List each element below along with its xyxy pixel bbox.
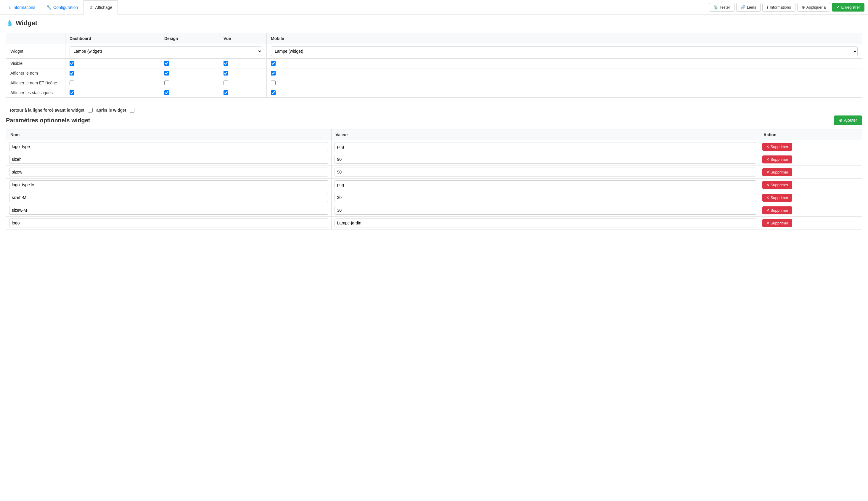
row-widget: Widget Lampe (widget) Lampe (widget): [6, 44, 862, 58]
plus-icon: ⊕: [839, 118, 843, 122]
col-empty: [6, 33, 65, 44]
visible-vue-checkbox[interactable]: [224, 61, 228, 66]
config-icon: 🔧: [46, 5, 52, 10]
param-nom-input-0[interactable]: [9, 142, 328, 151]
informations-button[interactable]: ℹ Informations: [762, 3, 795, 12]
visible-label: Visible: [6, 58, 65, 68]
widget-mobile-select-cell: Lampe (widget): [267, 44, 862, 58]
param-nom-input-3[interactable]: [9, 180, 328, 189]
afficher-nom-vue-cell: [219, 68, 267, 78]
afficher-statistiques-dashboard-checkbox[interactable]: [69, 90, 74, 95]
supprimer-button-3[interactable]: ✕ Supprimer: [762, 181, 792, 189]
afficher-nom-design-checkbox[interactable]: [164, 71, 169, 75]
page-content: 💧 Widget Dashboard Design Vue Mobile Wid…: [0, 14, 868, 234]
col-vue: Vue: [219, 33, 267, 44]
param-row: ✕ Supprimer: [6, 140, 862, 153]
ajouter-button[interactable]: ⊕ Ajouter: [834, 116, 862, 125]
force-return-apres-checkbox[interactable]: [130, 108, 135, 113]
row-afficher-statistiques: Afficher les statistiques: [6, 88, 862, 98]
visible-dashboard-checkbox[interactable]: [69, 61, 74, 66]
supprimer-button-4[interactable]: ✕ Supprimer: [762, 194, 792, 202]
liens-button[interactable]: 🔗 Liens: [736, 3, 761, 12]
afficher-nom-icone-dashboard-checkbox[interactable]: [69, 81, 74, 85]
afficher-nom-icone-label: Afficher le nom ET l'icône: [6, 78, 65, 88]
param-valeur-input-4[interactable]: [334, 193, 757, 202]
afficher-statistiques-design-cell: [160, 88, 219, 98]
afficher-nom-dashboard-checkbox[interactable]: [69, 71, 74, 75]
widget-table: Dashboard Design Vue Mobile Widget Lampe…: [6, 33, 862, 98]
afficher-nom-icone-design-cell: [160, 78, 219, 88]
supprimer-button-1[interactable]: ✕ Supprimer: [762, 156, 792, 163]
afficher-nom-icone-dashboard-cell: [65, 78, 160, 88]
tab-informations[interactable]: ℹ Informations: [3, 0, 41, 14]
param-row: ✕ Supprimer: [6, 204, 862, 217]
afficher-statistiques-vue-cell: [219, 88, 267, 98]
col-dashboard: Dashboard: [65, 33, 160, 44]
afficher-nom-icone-vue-checkbox[interactable]: [224, 81, 228, 85]
supprimer-button-6[interactable]: ✕ Supprimer: [762, 219, 792, 227]
force-return-apres-label: après le widget: [96, 108, 126, 113]
force-return-avant-label: Retour à la ligne forcé avant le widget: [10, 108, 84, 113]
widget-dashboard-select-cell: Lampe (widget): [65, 44, 267, 58]
afficher-statistiques-mobile-checkbox[interactable]: [271, 90, 276, 95]
row-afficher-nom-icone: Afficher le nom ET l'icône: [6, 78, 862, 88]
save-icon: ✔: [836, 5, 839, 10]
enregistrer-button[interactable]: ✔ Enregistrer: [832, 3, 865, 12]
widget-icon: 💧: [6, 20, 13, 26]
afficher-statistiques-dashboard-cell: [65, 88, 160, 98]
param-valeur-input-6[interactable]: [334, 218, 757, 227]
param-row: ✕ Supprimer: [6, 166, 862, 179]
col-nom: Nom: [6, 129, 332, 140]
afficher-nom-dashboard-cell: [65, 68, 160, 78]
visible-dashboard-cell: [65, 58, 160, 68]
params-table: Nom Valeur Action ✕ Supprimer✕ Supprimer…: [6, 129, 862, 230]
tester-button[interactable]: 📡 Tester: [709, 3, 735, 12]
col-design: Design: [160, 33, 219, 44]
widget-mobile-select[interactable]: Lampe (widget): [271, 46, 858, 56]
visible-mobile-checkbox[interactable]: [271, 61, 276, 66]
visible-mobile-cell: [267, 58, 862, 68]
param-valeur-input-0[interactable]: [334, 142, 757, 151]
col-valeur: Valeur: [331, 129, 759, 140]
visible-design-checkbox[interactable]: [164, 61, 169, 66]
param-nom-input-4[interactable]: [9, 193, 328, 202]
tab-configuration[interactable]: 🔧 Configuration: [41, 0, 84, 14]
afficher-nom-label: Afficher le nom: [6, 68, 65, 78]
appliquer-button[interactable]: ⊕ Appliquer à: [797, 3, 831, 12]
optional-params-title: Paramètres optionnels widget: [6, 117, 90, 124]
afficher-statistiques-design-checkbox[interactable]: [164, 90, 169, 95]
widget-dashboard-select[interactable]: Lampe (widget): [69, 46, 262, 56]
toolbar-buttons: 📡 Tester 🔗 Liens ℹ Informations ⊕ Appliq…: [709, 3, 865, 12]
afficher-nom-icone-design-checkbox[interactable]: [164, 81, 169, 85]
param-nom-input-5[interactable]: [9, 206, 328, 215]
param-valeur-input-5[interactable]: [334, 206, 757, 215]
tab-affichage[interactable]: 🖥 Affichage: [84, 0, 118, 14]
liens-icon: 🔗: [741, 5, 746, 10]
param-row: ✕ Supprimer: [6, 179, 862, 191]
param-nom-input-6[interactable]: [9, 218, 328, 227]
afficher-nom-icone-vue-cell: [219, 78, 267, 88]
col-mobile: Mobile: [267, 33, 862, 44]
afficher-statistiques-vue-checkbox[interactable]: [224, 90, 228, 95]
tab-configuration-label: Configuration: [53, 5, 78, 10]
afficher-nom-design-cell: [160, 68, 219, 78]
tester-icon: 📡: [714, 5, 718, 10]
afficher-nom-mobile-cell: [267, 68, 862, 78]
supprimer-button-0[interactable]: ✕ Supprimer: [762, 143, 792, 151]
supprimer-button-2[interactable]: ✕ Supprimer: [762, 168, 792, 176]
afficher-nom-vue-checkbox[interactable]: [224, 71, 228, 75]
apply-icon: ⊕: [802, 5, 805, 10]
afficher-nom-icone-mobile-checkbox[interactable]: [271, 81, 276, 85]
supprimer-button-5[interactable]: ✕ Supprimer: [762, 206, 792, 214]
param-row: ✕ Supprimer: [6, 153, 862, 166]
param-valeur-input-2[interactable]: [334, 168, 757, 177]
row-visible: Visible: [6, 58, 862, 68]
afficher-nom-mobile-checkbox[interactable]: [271, 71, 276, 75]
param-valeur-input-3[interactable]: [334, 180, 757, 189]
force-return-avant-checkbox[interactable]: [88, 108, 93, 113]
afficher-statistiques-mobile-cell: [267, 88, 862, 98]
param-valeur-input-1[interactable]: [334, 155, 757, 164]
param-nom-input-1[interactable]: [9, 155, 328, 164]
visible-design-cell: [160, 58, 219, 68]
param-nom-input-2[interactable]: [9, 168, 328, 177]
